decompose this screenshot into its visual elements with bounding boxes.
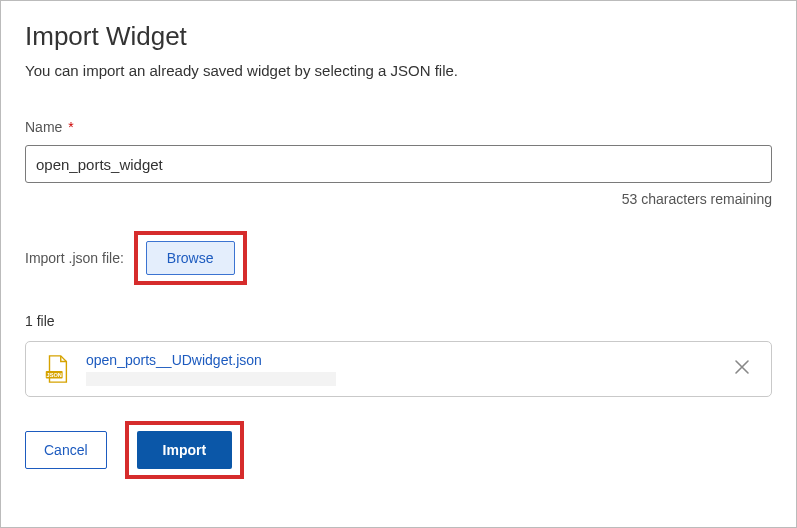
dialog-title: Import Widget — [25, 21, 772, 52]
dialog-actions: Cancel Import — [25, 421, 772, 479]
name-field-label: Name * — [25, 119, 772, 135]
import-highlight: Import — [125, 421, 245, 479]
file-meta-placeholder — [86, 372, 336, 386]
file-count: 1 file — [25, 313, 772, 329]
char-remaining-hint: 53 characters remaining — [25, 191, 772, 207]
svg-text:JSON: JSON — [47, 372, 62, 378]
dialog-subtitle: You can import an already saved widget b… — [25, 62, 772, 79]
cancel-button[interactable]: Cancel — [25, 431, 107, 469]
file-name: open_ports__UDwidget.json — [86, 352, 715, 368]
remove-file-icon[interactable] — [729, 354, 755, 384]
browse-highlight: Browse — [134, 231, 247, 285]
import-file-label: Import .json file: — [25, 250, 124, 266]
name-input[interactable] — [25, 145, 772, 183]
browse-button[interactable]: Browse — [146, 241, 235, 275]
import-button[interactable]: Import — [137, 431, 233, 469]
json-file-icon: JSON — [42, 354, 72, 384]
file-card: JSON open_ports__UDwidget.json — [25, 341, 772, 397]
required-indicator: * — [68, 119, 73, 135]
name-label-text: Name — [25, 119, 62, 135]
